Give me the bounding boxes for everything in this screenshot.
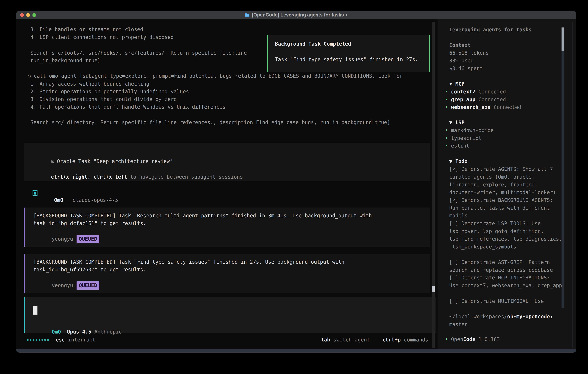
bullet-icon: •	[445, 104, 448, 110]
status-badge: QUEUED	[76, 235, 99, 243]
workspace-repo: oh-my-opencode:	[507, 314, 553, 320]
lsp-item: • eslint	[445, 142, 469, 150]
prompt-input[interactable]: OmO Opus 4.5 Anthropic	[24, 297, 436, 333]
chevron-down-icon: ▼	[449, 81, 452, 87]
session-title: Leveraging agents for tasks	[449, 26, 532, 33]
mcp-item: • grep_app Connected	[445, 96, 506, 104]
mcp-item: • websearch_exa Connected	[445, 103, 521, 111]
lsp-name: typescript	[451, 135, 482, 141]
todo-section-header[interactable]: ▼ Todo	[449, 157, 467, 165]
agent-name: OmO	[54, 197, 63, 203]
toast-body: Task "Find type safety issues" finished …	[275, 57, 418, 62]
window-title: [OpenCode] Leveraging agents for tasks ◐	[252, 12, 348, 18]
shortcut-hint: to navigate between subagent sessions	[130, 174, 243, 180]
tab-label: switch agent	[333, 337, 370, 343]
workspace-prefix: ~/local-workspaces/	[449, 314, 507, 320]
minimize-button[interactable]	[26, 13, 30, 17]
context-heading: Context	[449, 41, 471, 49]
window-footer-strip	[16, 349, 577, 353]
mcp-name: context7	[451, 89, 475, 94]
bullet-icon: •	[445, 143, 448, 149]
agent-model: claude-opus-4-5	[73, 197, 118, 203]
lsp-item: • markdown-oxide	[445, 126, 494, 134]
scrollback-line: 3. File handles or streams not closed	[30, 25, 143, 33]
spinner-dots	[27, 339, 49, 341]
bg-task-card: [BACKGROUND TASK COMPLETED] Task "Find t…	[24, 254, 430, 293]
esc-label: interrupt	[68, 337, 95, 343]
todo-line: [ ] Demonstrate MCP INTEGRATIONS:	[449, 274, 550, 281]
status-bar: escinterrupt tabswitch agent ctrl+pcomma…	[16, 335, 438, 344]
todo-line: [✓] Demonstrate AGENTS: Show all 7	[449, 165, 553, 173]
scrollback-line: 4. LSP client connections not properly d…	[30, 33, 174, 41]
oracle-task-panel: ◉ Oracle Task "Deep architecture review"…	[24, 143, 430, 181]
shortcut-key: ctrl+x right,	[51, 174, 90, 180]
bg-task-line2: task_id="bg_dcfac161" to get results.	[33, 219, 146, 227]
composer-model[interactable]: Opus 4.5	[67, 329, 91, 335]
lsp-name: markdown-oxide	[451, 127, 494, 133]
bullet-icon: •	[445, 336, 448, 342]
todo-line: librarian, explore, frontend,	[449, 181, 538, 189]
context-tokens: 66,518 tokens	[449, 49, 489, 57]
composer-agent[interactable]: OmO	[52, 329, 61, 335]
todo-heading: Todo	[455, 158, 467, 164]
tool-call-text: call_omo_agent [subagent_type=explore, p…	[34, 73, 403, 79]
bullet-icon: •	[445, 135, 448, 141]
chevron-down-icon: ▼	[449, 158, 452, 164]
version-line: • OpenCode 1.0.163	[445, 335, 500, 343]
todo-line: search and replace across codebase	[449, 266, 553, 274]
ctrlp-label: commands	[404, 337, 428, 343]
gear-icon: ⚙	[28, 73, 31, 79]
scrollback-line: Search src/tools/, src/hooks/, src/featu…	[30, 49, 247, 57]
status-badge: QUEUED	[76, 281, 99, 290]
mcp-status: Connected	[478, 97, 506, 102]
todo-line: [ ] Demonstrate MULTIMODAL: Use	[449, 297, 544, 305]
bg-task-user: yeongyu	[52, 236, 73, 242]
context-used: 33% used	[449, 57, 474, 64]
mcp-name: grep_app	[451, 97, 475, 102]
background-task-toast: Background Task Completed Task "Find typ…	[267, 35, 430, 72]
zoom-button[interactable]	[32, 13, 36, 17]
mcp-status: Connected	[494, 104, 521, 110]
todo-line-active: [ ] Demonstrate LSP TOOLS: Use	[449, 219, 541, 227]
main-scrollbar-thumb[interactable]	[432, 286, 435, 291]
shortcut-key: ctrl+x left	[94, 174, 127, 180]
mcp-heading: MCP	[455, 81, 464, 87]
mcp-name: websearch_exa	[451, 104, 491, 110]
esc-key: esc	[56, 337, 65, 343]
tool-call-line: Search src/ directory. Return specific f…	[30, 118, 390, 126]
oracle-task-title: Oracle Task "Deep architecture review"	[57, 158, 173, 164]
tool-call-line: 2. String operations on potentially unde…	[30, 88, 189, 95]
separator: ·	[66, 197, 69, 203]
bg-task-user: yeongyu	[52, 282, 73, 288]
scrollback-line: run_in_background=true]	[30, 57, 101, 64]
folder-icon	[244, 13, 250, 17]
sidebar-scrollbar-track[interactable]	[562, 30, 564, 308]
todo-line: [ ] Demonstrate AST-GREP: Pattern	[449, 258, 550, 266]
tool-call-line: 1. Array access without bounds checking	[30, 80, 149, 88]
ctrlp-key: ctrl+p	[382, 337, 401, 343]
composer-provider: Anthropic	[94, 329, 122, 335]
todo-line-active: lsp_find_references, lsp_diagnostics,	[449, 235, 562, 243]
lsp-heading: LSP	[455, 120, 464, 125]
main-scrollbar-track[interactable]	[432, 22, 435, 348]
sidebar-scrollbar-thumb[interactable]	[562, 28, 564, 51]
version-number: 1.0.163	[478, 336, 500, 342]
mcp-section-header[interactable]: ▼ MCP	[449, 80, 464, 88]
workspace-path: ~/local-workspaces/oh-my-opencode:	[449, 313, 553, 321]
bg-task-card: [BACKGROUND TASK COMPLETED] Task "Resear…	[24, 208, 430, 247]
brand-code: Code	[463, 336, 475, 342]
todo-line: models	[449, 212, 467, 219]
todo-line: Run parallel tasks with different	[449, 204, 550, 212]
close-button[interactable]	[20, 13, 24, 17]
lsp-item: • typescript	[445, 134, 482, 142]
fisheye-icon: ◉	[51, 158, 54, 164]
workspace-branch: master	[449, 321, 467, 328]
todo-line: [✓] Demonstrate BACKGROUND AGENTS:	[449, 196, 553, 204]
agent-icon	[32, 190, 37, 196]
bg-task-line1: [BACKGROUND TASK COMPLETED] Task "Find t…	[33, 258, 344, 266]
bg-task-line1: [BACKGROUND TASK COMPLETED] Task "Resear…	[33, 212, 372, 219]
todo-line-active: lsp_workspace_symbols	[449, 243, 516, 251]
lsp-section-header[interactable]: ▼ LSP	[449, 119, 464, 126]
tool-call-line: ⚙ call_omo_agent [subagent_type=explore,…	[28, 72, 403, 80]
tab-key: tab	[321, 337, 330, 343]
